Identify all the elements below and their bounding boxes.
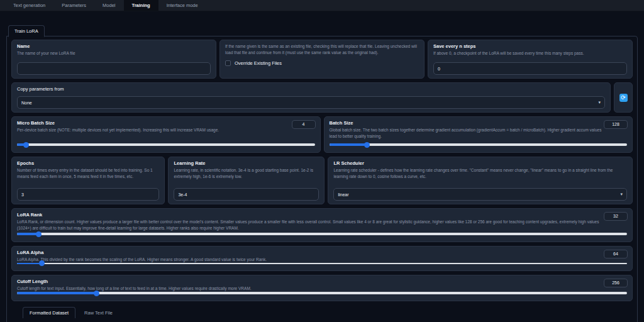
override-checkbox[interactable] — [225, 60, 231, 66]
batch-value-input[interactable]: 128 — [604, 120, 628, 129]
refresh-loras-button[interactable]: ⟳ — [619, 94, 628, 102]
cutoff-length-panel: Cutoff Length 256 Cutoff length for text… — [11, 275, 633, 301]
refresh-icon: ⟳ — [621, 94, 626, 101]
name-panel: Name The name of your new LoRA file — [11, 40, 216, 79]
lr-scheduler-description: Learning rate scheduler - defines how th… — [333, 167, 627, 180]
epochs-label: Epochs — [17, 160, 159, 166]
slider-handle[interactable] — [23, 142, 29, 148]
copy-parameters-panel: Copy parameters from None ▾ — [11, 82, 611, 113]
batch-slider[interactable] — [330, 143, 628, 146]
lora-alpha-value-input[interactable]: 64 — [604, 250, 628, 258]
slider-handle[interactable] — [36, 231, 42, 237]
override-checkbox-label[interactable]: Override Existing Files — [235, 60, 282, 66]
nav-tab-model[interactable]: Model — [94, 0, 123, 11]
lora-rank-panel: LoRA Rank 32 LoRA Rank, or dimension cou… — [11, 208, 633, 242]
lora-rank-description: LoRA Rank, or dimension count. Higher va… — [17, 219, 627, 231]
nav-tab-text-generation[interactable]: Text generation — [5, 0, 53, 11]
copy-parameters-dropdown[interactable]: None ▾ — [17, 96, 605, 109]
slider-handle[interactable] — [94, 291, 99, 296]
batch-label: Batch Size — [330, 120, 353, 126]
save-steps-panel: Save every n steps If above 0, a checkpo… — [428, 40, 633, 79]
save-steps-description: If above 0, a checkpoint of the LoRA wil… — [433, 50, 627, 57]
save-steps-input[interactable]: 0 — [433, 62, 627, 75]
learning-rate-description: Learning rate, in scientific notation. 3… — [174, 167, 319, 180]
lora-alpha-panel: LoRA Alpha 64 LoRA Alpha. This divided b… — [11, 246, 633, 271]
cutoff-length-slider[interactable] — [17, 292, 627, 294]
learning-rate-input[interactable]: 3e-4 — [174, 188, 319, 201]
name-description: The name of your new LoRA file — [17, 50, 211, 57]
cutoff-length-description: Cutoff length for text input. Essentiall… — [17, 286, 627, 292]
micro-batch-panel: Micro Batch Size 4 Per-device batch size… — [11, 116, 321, 153]
slider-handle[interactable] — [39, 260, 45, 266]
micro-batch-slider[interactable] — [17, 143, 315, 146]
epochs-input[interactable]: 3 — [17, 188, 159, 201]
lr-scheduler-label: LR Scheduler — [333, 160, 627, 166]
lora-alpha-slider[interactable] — [17, 263, 627, 264]
save-steps-label: Save every n steps — [433, 43, 627, 49]
name-input[interactable] — [17, 62, 211, 75]
lora-alpha-label: LoRA Alpha — [17, 250, 43, 255]
lora-alpha-description: LoRA Alpha. This divided by the rank bec… — [17, 257, 627, 263]
nav-tab-interface-mode[interactable]: Interface mode — [158, 0, 206, 11]
train-lora-content: Name The name of your new LoRA file If t… — [6, 36, 638, 322]
override-panel: If the name given is the same as an exis… — [219, 40, 425, 79]
override-info: If the name given is the same as an exis… — [225, 43, 419, 56]
learning-rate-label: Learning Rate — [174, 160, 319, 166]
chevron-down-icon: ▾ — [598, 100, 601, 105]
micro-batch-value-input[interactable]: 4 — [292, 120, 316, 129]
tab-raw-text-file[interactable]: Raw Text File — [78, 308, 119, 318]
train-lora-tabstrip: Train LoRA — [8, 24, 644, 36]
cutoff-length-value-input[interactable]: 256 — [604, 279, 628, 287]
nav-tab-training[interactable]: Training — [124, 0, 158, 11]
dataset-tabstrip: Formatted Dataset Raw Text File — [23, 306, 633, 318]
lora-rank-value-input[interactable]: 32 — [604, 212, 628, 221]
tab-formatted-dataset[interactable]: Formatted Dataset — [23, 307, 75, 318]
tab-train-lora[interactable]: Train LoRA — [8, 25, 45, 37]
epochs-panel: Epochs Number of times every entry in th… — [11, 157, 165, 204]
copy-parameters-value: None — [21, 101, 32, 105]
cutoff-length-label: Cutoff Length — [17, 279, 48, 284]
refresh-panel: ⟳ — [614, 82, 633, 113]
batch-description: Global batch size. The two batch sizes t… — [330, 127, 628, 140]
micro-batch-description: Per-device batch size (NOTE: multiple de… — [17, 127, 315, 133]
name-label: Name — [17, 43, 211, 49]
lora-rank-label: LoRA Rank — [17, 212, 42, 218]
top-nav: Text generation Parameters Model Trainin… — [0, 0, 644, 11]
lr-scheduler-value: linear — [338, 192, 348, 197]
lora-rank-slider[interactable] — [17, 233, 627, 235]
chevron-down-icon: ▾ — [620, 192, 623, 197]
slider-handle[interactable] — [364, 142, 370, 148]
micro-batch-label: Micro Batch Size — [17, 120, 55, 126]
epochs-description: Number of times every entry in the datas… — [17, 167, 159, 180]
copy-parameters-label: Copy parameters from — [17, 86, 605, 92]
lr-scheduler-dropdown[interactable]: linear ▾ — [333, 188, 627, 201]
batch-panel: Batch Size 128 Global batch size. The tw… — [324, 116, 633, 153]
learning-rate-panel: Learning Rate Learning rate, in scientif… — [168, 157, 325, 204]
nav-tab-parameters[interactable]: Parameters — [53, 0, 94, 11]
lr-scheduler-panel: LR Scheduler Learning rate scheduler - d… — [328, 157, 633, 204]
